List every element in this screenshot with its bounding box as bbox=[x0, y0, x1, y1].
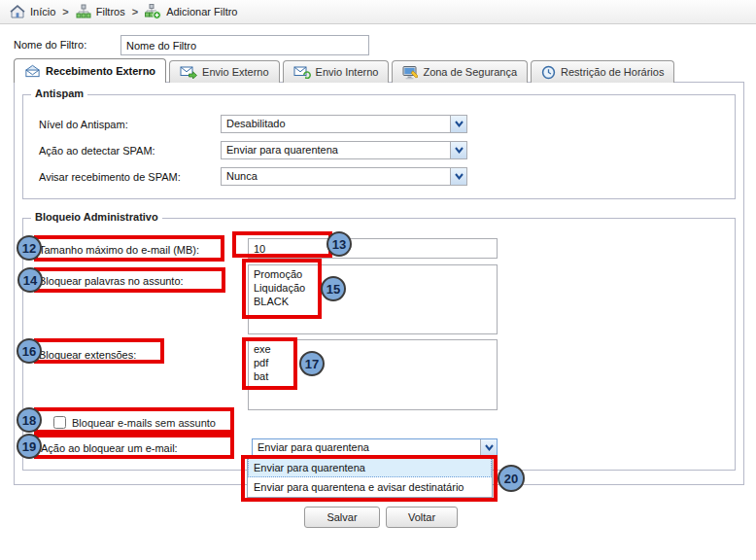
breadcrumb-add-filter[interactable]: Adicionar Filtro bbox=[145, 4, 237, 19]
annotation-circle-13: 13 bbox=[326, 231, 352, 257]
spam-notify-label: Avisar recebimento de SPAM: bbox=[39, 171, 181, 183]
add-filter-page: Início > Filtros > Adicionar Filtro Nome… bbox=[0, 0, 756, 560]
annotation-circle-16: 16 bbox=[17, 338, 42, 364]
tab-restricao-de-horarios[interactable]: Restrição de Horários bbox=[531, 60, 674, 83]
admin-block-fieldset: Bloqueio Administrativo Tamanho máximo d… bbox=[22, 218, 736, 471]
breadcrumb-label: Filtros bbox=[96, 6, 125, 18]
breadcrumb-separator: > bbox=[62, 6, 68, 18]
combobox-value: Enviar para quarentena bbox=[253, 439, 480, 456]
block-action-label: Ação ao bloquear um e-mail: bbox=[41, 442, 178, 454]
antispam-legend: Antispam bbox=[31, 88, 87, 99]
spam-notify-combobox[interactable]: Nunca bbox=[221, 167, 467, 186]
breadcrumb-home[interactable]: Início bbox=[10, 4, 55, 19]
breadcrumb-label: Adicionar Filtro bbox=[166, 6, 237, 18]
spam-action-combobox[interactable]: Enviar para quarentena bbox=[221, 141, 467, 159]
filter-name-label: Nome do Filtro: bbox=[14, 39, 86, 51]
tab-label: Recebimento Externo bbox=[46, 65, 155, 77]
dropdown-option-quarentena-avisar[interactable]: Enviar para quarentena e avisar destinat… bbox=[248, 477, 492, 497]
block-action-dropdown-list: Enviar para quarentena Enviar para quare… bbox=[247, 457, 493, 498]
filter-name-input[interactable] bbox=[120, 35, 369, 55]
no-subject-checkbox[interactable] bbox=[53, 416, 66, 429]
monitor-edit-icon bbox=[402, 65, 418, 80]
tab-envio-interno[interactable]: Envio Interno bbox=[283, 60, 390, 83]
antispam-fieldset: Antispam Nível do Antispam: Desabilitado… bbox=[22, 94, 736, 199]
combobox-value: Nunca bbox=[222, 168, 450, 185]
back-button[interactable]: Voltar bbox=[386, 507, 458, 528]
antispam-level-combobox[interactable]: Desabilitado bbox=[221, 115, 467, 133]
annotation-circle-20: 20 bbox=[498, 465, 525, 492]
max-size-input[interactable] bbox=[248, 238, 498, 259]
no-subject-row: Bloquear e-mails sem assunto bbox=[53, 416, 216, 429]
no-subject-label: Bloquear e-mails sem assunto bbox=[72, 417, 216, 429]
combobox-trigger[interactable] bbox=[450, 168, 466, 185]
breadcrumb-separator: > bbox=[132, 6, 138, 18]
blocked-extensions-textarea[interactable]: exe pdf bat bbox=[248, 339, 498, 410]
tab-envio-externo[interactable]: Envio Externo bbox=[169, 60, 279, 83]
annotation-circle-18: 18 bbox=[17, 407, 42, 433]
breadcrumb-label: Início bbox=[30, 6, 55, 18]
annotation-circle-14: 14 bbox=[17, 267, 43, 293]
combobox-trigger[interactable] bbox=[450, 142, 466, 158]
tab-zona-de-seguranca[interactable]: Zona de Segurança bbox=[392, 60, 528, 83]
max-size-label: Tamanho máximo do e-mail (MB): bbox=[39, 244, 199, 256]
annotation-circle-12: 12 bbox=[17, 235, 42, 261]
tab-label: Envio Externo bbox=[202, 66, 268, 78]
home-icon bbox=[10, 4, 25, 19]
annotation-circle-15: 15 bbox=[321, 276, 346, 301]
antispam-level-label: Nível do Antispam: bbox=[39, 119, 128, 130]
envelope-send-icon bbox=[180, 65, 197, 79]
annotation-circle-17: 17 bbox=[299, 351, 325, 376]
blocked-words-label: Bloquear palavras no assunto: bbox=[39, 275, 184, 287]
sitemap-add-icon bbox=[145, 4, 161, 19]
tab-label: Zona de Segurança bbox=[423, 66, 517, 78]
envelope-open-icon bbox=[24, 64, 41, 78]
tab-recebimento-externo[interactable]: Recebimento Externo bbox=[14, 58, 166, 83]
chevron-down-icon bbox=[455, 147, 464, 154]
block-action-combobox[interactable]: Enviar para quarentena bbox=[252, 438, 498, 457]
combobox-trigger[interactable] bbox=[480, 439, 497, 456]
dropdown-option-quarentena[interactable]: Enviar para quarentena bbox=[248, 458, 492, 477]
envelope-sync-icon bbox=[293, 65, 311, 79]
annotation-circle-19: 19 bbox=[17, 434, 42, 459]
tab-strip: Recebimento Externo Envio Externo Envio … bbox=[14, 58, 674, 83]
spam-action-label: Ação ao detectar SPAM: bbox=[39, 145, 155, 157]
tab-label: Envio Interno bbox=[316, 66, 379, 78]
breadcrumb: Início > Filtros > Adicionar Filtro bbox=[0, 0, 756, 24]
combobox-trigger[interactable] bbox=[450, 116, 466, 132]
filter-form-panel: Antispam Nível do Antispam: Desabilitado… bbox=[14, 82, 744, 485]
combobox-value: Enviar para quarentena bbox=[222, 142, 450, 158]
blocked-extensions-label: Bloquear extensões: bbox=[39, 349, 136, 361]
tab-label: Restrição de Horários bbox=[561, 66, 664, 78]
blocked-words-textarea[interactable]: Promoção Liquidação BLACK bbox=[248, 264, 498, 334]
clock-icon bbox=[541, 65, 556, 80]
admin-block-legend: Bloqueio Administrativo bbox=[31, 211, 162, 223]
chevron-down-icon bbox=[455, 173, 464, 180]
breadcrumb-filters[interactable]: Filtros bbox=[76, 4, 125, 19]
combobox-value: Desabilitado bbox=[222, 116, 450, 132]
sitemap-icon bbox=[76, 4, 91, 19]
save-button[interactable]: Salvar bbox=[304, 507, 380, 528]
chevron-down-icon bbox=[455, 121, 464, 127]
chevron-down-icon bbox=[485, 444, 494, 451]
